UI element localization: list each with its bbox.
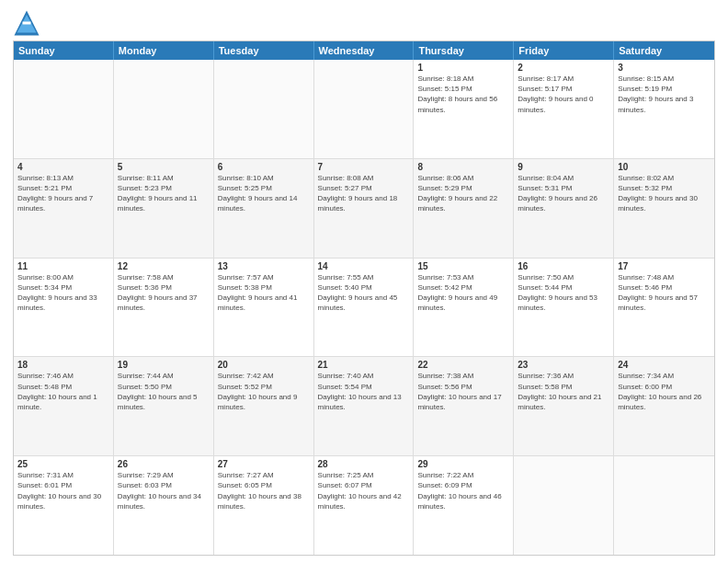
day-cell-27: 27Sunrise: 7:27 AMSunset: 6:05 PMDayligh… <box>214 456 314 555</box>
day-cell-15: 15Sunrise: 7:53 AMSunset: 5:42 PMDayligh… <box>414 259 514 357</box>
day-number: 18 <box>17 360 109 370</box>
day-info: Sunrise: 8:17 AMSunset: 5:17 PMDaylight:… <box>518 74 609 115</box>
day-cell-24: 24Sunrise: 7:34 AMSunset: 6:00 PMDayligh… <box>614 357 714 455</box>
empty-cell <box>114 60 214 158</box>
day-cell-6: 6Sunrise: 8:10 AMSunset: 5:25 PMDaylight… <box>214 159 314 258</box>
day-number: 19 <box>118 360 210 370</box>
day-number: 6 <box>218 162 310 172</box>
day-cell-10: 10Sunrise: 8:02 AMSunset: 5:32 PMDayligh… <box>614 159 714 258</box>
day-cell-28: 28Sunrise: 7:25 AMSunset: 6:07 PMDayligh… <box>314 456 415 555</box>
day-number: 27 <box>218 459 310 469</box>
header-cell-sunday: Sunday <box>14 41 114 60</box>
day-cell-20: 20Sunrise: 7:42 AMSunset: 5:52 PMDayligh… <box>214 357 314 455</box>
day-cell-21: 21Sunrise: 7:40 AMSunset: 5:54 PMDayligh… <box>314 357 415 455</box>
day-number: 12 <box>118 261 210 271</box>
day-info: Sunrise: 7:46 AMSunset: 5:48 PMDaylight:… <box>17 371 109 412</box>
day-cell-13: 13Sunrise: 7:57 AMSunset: 5:38 PMDayligh… <box>214 259 314 357</box>
day-cell-9: 9Sunrise: 8:04 AMSunset: 5:31 PMDaylight… <box>514 159 614 258</box>
empty-cell <box>614 456 714 555</box>
day-number: 13 <box>218 261 310 271</box>
day-cell-4: 4Sunrise: 8:13 AMSunset: 5:21 PMDaylight… <box>14 159 114 258</box>
day-number: 4 <box>17 162 109 172</box>
day-info: Sunrise: 7:27 AMSunset: 6:05 PMDaylight:… <box>218 470 310 511</box>
day-number: 20 <box>218 360 310 370</box>
day-cell-1: 1Sunrise: 8:18 AMSunset: 5:15 PMDaylight… <box>414 60 514 158</box>
logo <box>13 9 44 37</box>
empty-cell <box>214 60 314 158</box>
day-cell-19: 19Sunrise: 7:44 AMSunset: 5:50 PMDayligh… <box>114 357 214 455</box>
day-info: Sunrise: 7:48 AMSunset: 5:46 PMDaylight:… <box>618 272 711 314</box>
day-number: 22 <box>417 360 509 370</box>
day-info: Sunrise: 8:15 AMSunset: 5:19 PMDaylight:… <box>618 74 711 115</box>
header-cell-wednesday: Wednesday <box>314 41 415 60</box>
header-cell-thursday: Thursday <box>414 41 514 60</box>
day-number: 15 <box>417 261 509 271</box>
day-number: 1 <box>417 63 509 73</box>
empty-cell <box>514 456 614 555</box>
day-info: Sunrise: 8:11 AMSunset: 5:23 PMDaylight:… <box>118 173 210 214</box>
day-cell-12: 12Sunrise: 7:58 AMSunset: 5:36 PMDayligh… <box>114 259 214 357</box>
day-number: 11 <box>17 261 109 271</box>
top-section <box>13 9 715 37</box>
svg-rect-2 <box>23 22 31 25</box>
day-info: Sunrise: 7:36 AMSunset: 5:58 PMDaylight:… <box>518 371 609 412</box>
day-cell-17: 17Sunrise: 7:48 AMSunset: 5:46 PMDayligh… <box>614 259 714 357</box>
day-number: 3 <box>618 63 711 73</box>
day-info: Sunrise: 7:44 AMSunset: 5:50 PMDaylight:… <box>118 371 210 412</box>
day-cell-18: 18Sunrise: 7:46 AMSunset: 5:48 PMDayligh… <box>14 357 114 455</box>
day-cell-16: 16Sunrise: 7:50 AMSunset: 5:44 PMDayligh… <box>514 259 614 357</box>
day-number: 24 <box>618 360 711 370</box>
header-cell-friday: Friday <box>514 41 614 60</box>
header-cell-saturday: Saturday <box>614 41 714 60</box>
cal-row-1: 4Sunrise: 8:13 AMSunset: 5:21 PMDaylight… <box>14 158 714 258</box>
day-cell-3: 3Sunrise: 8:15 AMSunset: 5:19 PMDaylight… <box>614 60 714 158</box>
day-info: Sunrise: 8:13 AMSunset: 5:21 PMDaylight:… <box>17 173 109 214</box>
day-cell-26: 26Sunrise: 7:29 AMSunset: 6:03 PMDayligh… <box>114 456 214 555</box>
day-info: Sunrise: 7:38 AMSunset: 5:56 PMDaylight:… <box>417 371 509 412</box>
day-info: Sunrise: 7:29 AMSunset: 6:03 PMDaylight:… <box>118 470 210 511</box>
empty-cell <box>14 60 114 158</box>
day-info: Sunrise: 7:57 AMSunset: 5:38 PMDaylight:… <box>218 272 310 314</box>
day-number: 23 <box>518 360 609 370</box>
logo-icon <box>13 9 40 37</box>
day-cell-23: 23Sunrise: 7:36 AMSunset: 5:58 PMDayligh… <box>514 357 614 455</box>
day-cell-8: 8Sunrise: 8:06 AMSunset: 5:29 PMDaylight… <box>414 159 514 258</box>
day-cell-25: 25Sunrise: 7:31 AMSunset: 6:01 PMDayligh… <box>14 456 114 555</box>
day-cell-7: 7Sunrise: 8:08 AMSunset: 5:27 PMDaylight… <box>314 159 415 258</box>
day-cell-22: 22Sunrise: 7:38 AMSunset: 5:56 PMDayligh… <box>414 357 514 455</box>
day-number: 16 <box>518 261 609 271</box>
day-info: Sunrise: 7:25 AMSunset: 6:07 PMDaylight:… <box>318 470 410 511</box>
day-info: Sunrise: 7:40 AMSunset: 5:54 PMDaylight:… <box>318 371 410 412</box>
day-info: Sunrise: 8:00 AMSunset: 5:34 PMDaylight:… <box>17 272 109 314</box>
day-info: Sunrise: 7:55 AMSunset: 5:40 PMDaylight:… <box>318 272 410 314</box>
day-number: 25 <box>17 459 109 469</box>
cal-row-4: 25Sunrise: 7:31 AMSunset: 6:01 PMDayligh… <box>14 455 714 555</box>
calendar-header: SundayMondayTuesdayWednesdayThursdayFrid… <box>14 41 714 60</box>
day-info: Sunrise: 8:06 AMSunset: 5:29 PMDaylight:… <box>417 173 509 214</box>
day-number: 29 <box>417 459 509 469</box>
day-cell-11: 11Sunrise: 8:00 AMSunset: 5:34 PMDayligh… <box>14 259 114 357</box>
day-number: 28 <box>318 459 410 469</box>
day-number: 5 <box>118 162 210 172</box>
header-cell-monday: Monday <box>114 41 214 60</box>
day-info: Sunrise: 8:08 AMSunset: 5:27 PMDaylight:… <box>318 173 410 214</box>
day-info: Sunrise: 8:18 AMSunset: 5:15 PMDaylight:… <box>417 74 509 115</box>
day-info: Sunrise: 7:50 AMSunset: 5:44 PMDaylight:… <box>518 272 609 314</box>
day-info: Sunrise: 7:58 AMSunset: 5:36 PMDaylight:… <box>118 272 210 314</box>
header-cell-tuesday: Tuesday <box>214 41 314 60</box>
calendar: SundayMondayTuesdayWednesdayThursdayFrid… <box>13 40 715 556</box>
day-cell-14: 14Sunrise: 7:55 AMSunset: 5:40 PMDayligh… <box>314 259 415 357</box>
day-number: 7 <box>318 162 410 172</box>
day-number: 10 <box>618 162 711 172</box>
day-info: Sunrise: 7:34 AMSunset: 6:00 PMDaylight:… <box>618 371 711 412</box>
day-cell-2: 2Sunrise: 8:17 AMSunset: 5:17 PMDaylight… <box>514 60 614 158</box>
empty-cell <box>314 60 415 158</box>
cal-row-2: 11Sunrise: 8:00 AMSunset: 5:34 PMDayligh… <box>14 258 714 357</box>
day-info: Sunrise: 7:22 AMSunset: 6:09 PMDaylight:… <box>417 470 509 511</box>
day-number: 21 <box>318 360 410 370</box>
calendar-body: 1Sunrise: 8:18 AMSunset: 5:15 PMDaylight… <box>14 60 714 555</box>
day-info: Sunrise: 7:31 AMSunset: 6:01 PMDaylight:… <box>17 470 109 511</box>
day-number: 9 <box>518 162 609 172</box>
day-number: 8 <box>417 162 509 172</box>
cal-row-0: 1Sunrise: 8:18 AMSunset: 5:15 PMDaylight… <box>14 60 714 158</box>
